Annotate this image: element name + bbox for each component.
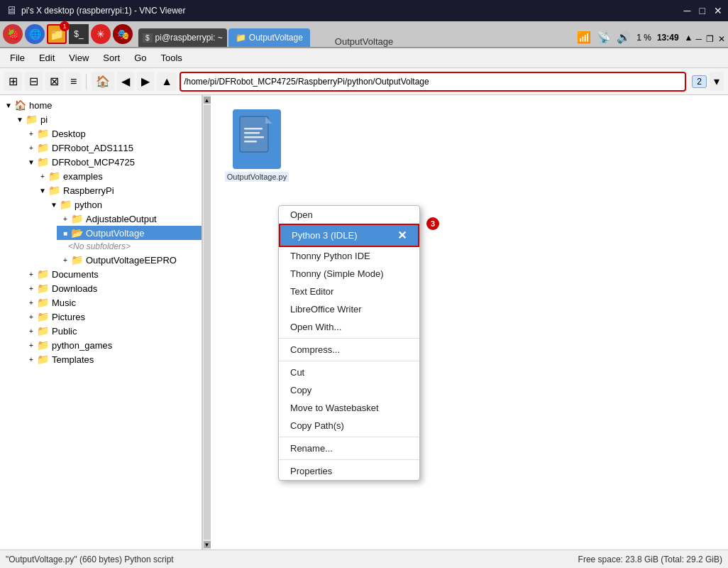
sidebar-item-python[interactable]: ▼ 📁 python xyxy=(45,197,202,212)
python-icon: 📁 xyxy=(60,199,72,210)
toolbar-forward[interactable]: ▶ xyxy=(137,72,154,91)
address-badge: 2 xyxy=(692,75,707,88)
sidebar-item-documents[interactable]: + 📁 Documents xyxy=(23,267,202,281)
toggle-adjustable[interactable]: + xyxy=(60,215,71,223)
toggle-documents[interactable]: + xyxy=(26,271,37,278)
menu-edit[interactable]: Edit xyxy=(33,51,60,65)
sidebar-item-home[interactable]: ▼ 🏠 home xyxy=(0,98,202,112)
ctx-text-editor[interactable]: Text Editor xyxy=(279,283,419,300)
title-maximize-button[interactable]: □ xyxy=(700,5,705,16)
toolbar-home[interactable]: 🏠 xyxy=(92,72,114,91)
raspberry-icon[interactable]: 🍓 xyxy=(3,24,23,44)
scroll-up[interactable]: ▲ xyxy=(685,33,693,43)
toggle-downloads[interactable]: + xyxy=(26,285,37,293)
toggle-pygames[interactable]: + xyxy=(26,342,37,349)
toggle-raspberrypi[interactable]: ▼ xyxy=(37,187,48,195)
sidebar-item-desktop[interactable]: + 📁 Desktop xyxy=(23,126,202,141)
menu-go[interactable]: Go xyxy=(128,51,152,65)
toggle-eepro[interactable]: + xyxy=(60,256,71,264)
sidebar-item-mcp4725[interactable]: ▼ 📁 DFRobot_MCP4725 xyxy=(23,155,202,169)
toolbar-up[interactable]: ▲ xyxy=(157,72,177,91)
sidebar-item-pictures[interactable]: + 📁 Pictures xyxy=(23,310,202,324)
menu-file[interactable]: File xyxy=(4,51,31,65)
tab-filemanager[interactable]: 📁 OutputVoltage xyxy=(228,28,310,47)
examples-icon: 📁 xyxy=(48,170,60,182)
toolbar-view-list[interactable]: ≡ xyxy=(66,72,81,91)
ctx-python3-idle[interactable]: Python 3 (IDLE) ✕ 3 xyxy=(279,224,419,247)
scroll-thumb[interactable] xyxy=(204,105,211,540)
toggle-python[interactable]: ▼ xyxy=(48,201,60,209)
toolbar-view-large[interactable]: ⊠ xyxy=(45,72,63,91)
menu-view[interactable]: View xyxy=(63,51,94,65)
ctx-copy[interactable]: Copy xyxy=(279,381,419,399)
ctx-open[interactable]: Open xyxy=(279,206,419,224)
sidebar-item-raspberrypi[interactable]: ▼ 📁 RaspberryPi xyxy=(34,183,202,197)
toggle-outputvoltage[interactable]: ■ xyxy=(60,229,71,237)
toggle-music[interactable]: + xyxy=(26,299,37,307)
ctx-compress[interactable]: Compress... xyxy=(279,341,419,359)
burst-icon[interactable]: ✳ xyxy=(91,24,111,44)
toggle-pictures[interactable]: + xyxy=(26,313,37,321)
sidebar-item-public[interactable]: + 📁 Public xyxy=(23,324,202,338)
file-icon-outputvoltage[interactable]: OutputVoltage.py xyxy=(225,109,289,182)
file-icon-glyph xyxy=(238,115,275,163)
ctx-cut[interactable]: Cut xyxy=(279,364,419,381)
sidebar-item-adjustable[interactable]: + 📁 AdjustableOutput xyxy=(57,212,202,226)
win-restore-button[interactable]: ❐ xyxy=(706,34,714,44)
ctx-python3-close[interactable]: ✕ xyxy=(397,229,407,242)
ctx-rename[interactable]: Rename... xyxy=(279,439,419,457)
toolbar-dropdown[interactable]: ▾ xyxy=(710,72,724,91)
wifi-icon: 📡 xyxy=(597,31,611,44)
sidebar-item-outputvoltage[interactable]: ■ 📂 OutputVoltage xyxy=(57,226,202,240)
sidebar-item-pygames[interactable]: + 📁 python_games xyxy=(23,338,202,352)
sidebar-item-music[interactable]: + 📁 Music xyxy=(23,295,202,310)
vnc-logo: 🖥 xyxy=(6,4,17,17)
sidebar-item-ads1115[interactable]: + 📁 DFRobot_ADS1115 xyxy=(23,141,202,155)
adjustable-icon: 📁 xyxy=(71,213,83,224)
toggle-mcp4725[interactable]: ▼ xyxy=(26,158,37,166)
sidebar-item-downloads[interactable]: + 📁 Downloads xyxy=(23,281,202,295)
desktop-icon: 📁 xyxy=(37,128,49,139)
context-menu: Open Python 3 (IDLE) ✕ 3 Thonny Python I… xyxy=(278,205,420,481)
sidebar-label-documents: Documents xyxy=(52,269,99,280)
sidebar-item-templates[interactable]: + 📁 Templates xyxy=(23,352,202,366)
scroll-up-btn[interactable]: ▲ xyxy=(204,97,211,104)
address-bar-input[interactable] xyxy=(184,77,682,87)
ctx-open-with[interactable]: Open With... xyxy=(279,318,419,336)
title-minimize-button[interactable]: ─ xyxy=(684,5,691,16)
ctx-properties[interactable]: Properties xyxy=(279,462,419,480)
terminal-icon[interactable]: $_ xyxy=(69,24,89,44)
toggle-home[interactable]: ▼ xyxy=(3,102,14,109)
toggle-public[interactable]: + xyxy=(26,327,37,335)
ctx-thonny-simple[interactable]: Thonny (Simple Mode) xyxy=(279,265,419,283)
toolbar-back[interactable]: ◀ xyxy=(117,72,134,91)
toggle-pi[interactable]: ▼ xyxy=(14,116,26,124)
sidebar-scrollbar[interactable]: ▲ ▼ xyxy=(202,95,211,550)
toggle-templates[interactable]: + xyxy=(26,356,37,364)
toolbar-view-medium[interactable]: ⊟ xyxy=(25,72,43,91)
ctx-copy-paths[interactable]: Copy Path(s) xyxy=(279,417,419,435)
sidebar-item-pi[interactable]: ▼ 📁 pi xyxy=(11,112,202,126)
sidebar-item-eepro[interactable]: + 📁 OutputVoltageEEPRO xyxy=(57,253,202,267)
title-close-button[interactable]: ✕ xyxy=(714,5,722,16)
ctx-libreoffice[interactable]: LibreOffice Writer xyxy=(279,300,419,318)
win-close-button[interactable]: ✕ xyxy=(718,34,725,44)
filemanager-icon[interactable]: 📁 1 xyxy=(47,24,67,44)
menu-tools[interactable]: Tools xyxy=(155,51,188,65)
toggle-ads1115[interactable]: + xyxy=(26,144,37,152)
sidebar-label-downloads: Downloads xyxy=(52,283,97,294)
system-tray-area: 📶 📡 🔊 1 % 13:49 ▲ xyxy=(577,31,693,47)
tab-terminal[interactable]: $ pi@raspberrypi: ~ xyxy=(138,28,227,47)
toggle-desktop[interactable]: + xyxy=(26,130,37,138)
anon-icon[interactable]: 🎭 xyxy=(113,24,133,44)
volume-icon: 🔊 xyxy=(617,31,631,44)
ctx-thonny-ide[interactable]: Thonny Python IDE xyxy=(279,247,419,265)
ctx-move-wastebasket[interactable]: Move to Wastebasket xyxy=(279,399,419,417)
toolbar-view-small[interactable]: ⊞ xyxy=(4,72,22,91)
win-minimize-button[interactable]: ─ xyxy=(695,34,702,44)
menu-sort[interactable]: Sort xyxy=(97,51,126,65)
globe-icon[interactable]: 🌐 xyxy=(25,24,45,44)
scroll-down-btn[interactable]: ▼ xyxy=(204,541,211,548)
sidebar-item-examples[interactable]: + 📁 examples xyxy=(34,169,202,183)
toggle-examples[interactable]: + xyxy=(37,173,48,180)
